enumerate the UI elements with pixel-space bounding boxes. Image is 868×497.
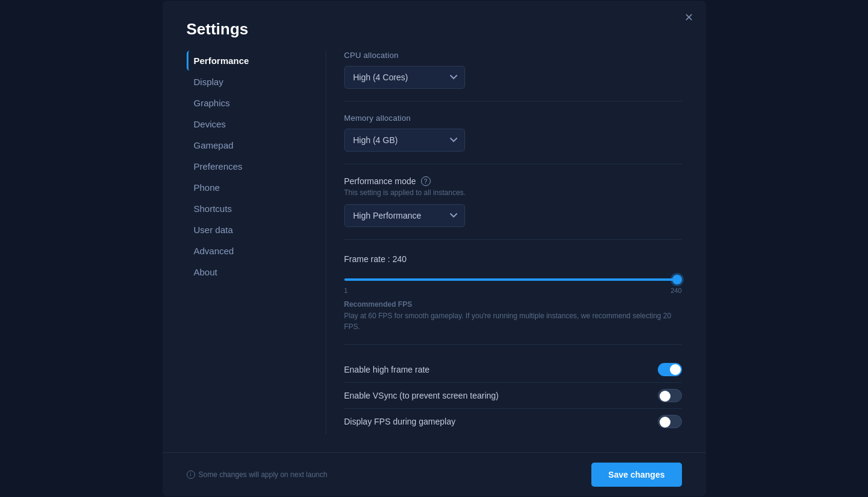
sidebar-item-about[interactable]: About bbox=[187, 262, 307, 282]
cpu-label: CPU allocation bbox=[344, 51, 682, 60]
sidebar-item-shortcuts[interactable]: Shortcuts bbox=[187, 199, 307, 219]
fps-hint: Recommended FPS Play at 60 FPS for smoot… bbox=[344, 300, 682, 332]
toggle-row-high-frame-rate: Enable high frame rate bbox=[344, 357, 682, 383]
toggle-high-frame-rate[interactable] bbox=[658, 363, 682, 376]
close-button[interactable]: ✕ bbox=[682, 10, 696, 25]
sidebar-item-gamepad[interactable]: Gamepad bbox=[187, 135, 307, 155]
sidebar-item-advanced[interactable]: Advanced bbox=[187, 241, 307, 261]
settings-body: PerformanceDisplayGraphicsDevicesGamepad… bbox=[162, 51, 706, 452]
slider-max: 240 bbox=[670, 287, 681, 294]
performance-mode-label-row: Performance mode ? bbox=[344, 176, 682, 186]
toggle-label-vsync: Enable VSync (to prevent screen tearing) bbox=[344, 391, 499, 400]
sidebar-divider bbox=[326, 51, 326, 434]
memory-label: Memory allocation bbox=[344, 114, 682, 123]
memory-section: Memory allocation Low (1 GB)Medium (2 GB… bbox=[344, 114, 682, 164]
toggle-label-display-fps: Display FPS during gameplay bbox=[344, 417, 455, 426]
toggle-row-vsync: Enable VSync (to prevent screen tearing) bbox=[344, 383, 682, 409]
save-button[interactable]: Save changes bbox=[591, 463, 681, 487]
info-icon: i bbox=[187, 470, 195, 479]
footer-note-text: Some changes will apply on next launch bbox=[199, 470, 327, 479]
toggle-label-high-frame-rate: Enable high frame rate bbox=[344, 365, 430, 374]
memory-select[interactable]: Low (1 GB)Medium (2 GB)High (4 GB)Ultra … bbox=[344, 129, 465, 152]
sidebar: PerformanceDisplayGraphicsDevicesGamepad… bbox=[187, 51, 307, 434]
sidebar-item-preferences[interactable]: Preferences bbox=[187, 156, 307, 176]
cpu-section: CPU allocation Low (1 Core)Medium (2 Cor… bbox=[344, 51, 682, 101]
help-icon[interactable]: ? bbox=[421, 176, 431, 186]
content-area: CPU allocation Low (1 Core)Medium (2 Cor… bbox=[344, 51, 682, 434]
toggle-knob-vsync bbox=[660, 391, 670, 402]
settings-dialog: ✕ Settings PerformanceDisplayGraphicsDev… bbox=[162, 1, 706, 496]
fps-hint-text: Play at 60 FPS for smooth gameplay. If y… bbox=[344, 310, 682, 332]
toggle-knob-display-fps bbox=[660, 417, 670, 428]
frame-rate-section: Frame rate : 240 1 240 Recommended FPS P… bbox=[344, 254, 682, 345]
sidebar-item-performance[interactable]: Performance bbox=[187, 51, 307, 71]
frame-rate-slider-container bbox=[344, 272, 682, 283]
settings-title: Settings bbox=[162, 1, 706, 51]
toggle-vsync[interactable] bbox=[658, 389, 682, 402]
performance-mode-select[interactable]: Power SavingBalancedHigh PerformanceUltr… bbox=[344, 204, 465, 227]
footer-note: i Some changes will apply on next launch bbox=[187, 470, 327, 479]
performance-mode-text: Performance mode bbox=[344, 176, 416, 186]
performance-mode-sub: This setting is applied to all instances… bbox=[344, 188, 682, 197]
slider-labels: 1 240 bbox=[344, 287, 682, 294]
toggles-section: Enable high frame rateEnable VSync (to p… bbox=[344, 357, 682, 434]
toggle-knob-high-frame-rate bbox=[670, 364, 681, 375]
footer: i Some changes will apply on next launch… bbox=[162, 452, 706, 496]
sidebar-item-devices[interactable]: Devices bbox=[187, 114, 307, 134]
slider-min: 1 bbox=[344, 287, 348, 294]
toggle-row-display-fps: Display FPS during gameplay bbox=[344, 409, 682, 434]
sidebar-item-graphics[interactable]: Graphics bbox=[187, 93, 307, 113]
sidebar-item-user-data[interactable]: User data bbox=[187, 220, 307, 240]
frame-rate-slider[interactable] bbox=[344, 278, 682, 281]
sidebar-item-phone[interactable]: Phone bbox=[187, 178, 307, 197]
cpu-select[interactable]: Low (1 Core)Medium (2 Cores)High (4 Core… bbox=[344, 66, 465, 89]
performance-mode-section: Performance mode ? This setting is appli… bbox=[344, 176, 682, 240]
fps-hint-title: Recommended FPS bbox=[344, 300, 682, 309]
frame-rate-title: Frame rate : 240 bbox=[344, 254, 682, 264]
toggle-display-fps[interactable] bbox=[658, 415, 682, 428]
sidebar-item-display[interactable]: Display bbox=[187, 72, 307, 92]
